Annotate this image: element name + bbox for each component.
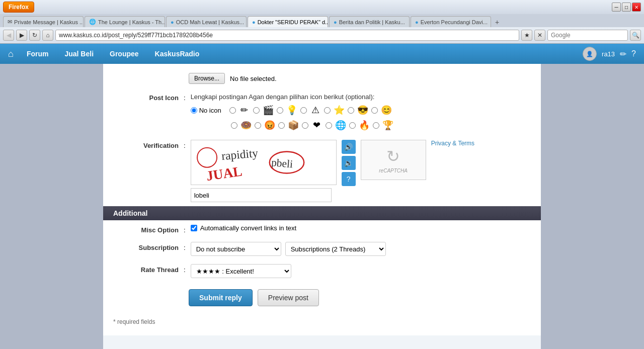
tab-label: OCD Mah Lewat | Kaskus... bbox=[176, 19, 245, 25]
address-bar[interactable] bbox=[55, 30, 519, 41]
privacy-terms-link[interactable]: Privacy & Terms bbox=[431, 140, 474, 147]
tab-close-icon[interactable]: ✕ bbox=[409, 19, 410, 25]
icon-mad: 😡 bbox=[263, 119, 276, 132]
icon-warning: ⚠ bbox=[309, 104, 322, 117]
browse-button[interactable]: Browse... bbox=[189, 73, 225, 84]
tab-label: Berita dan Politik | Kasku... bbox=[339, 19, 405, 25]
browser-nav: ◀ ▶ ↻ ⌂ ★ ✕ 🔍 bbox=[0, 27, 644, 43]
captcha-image: rapidity pbeli JUAL bbox=[191, 140, 337, 185]
bookmark-button[interactable]: ★ bbox=[521, 30, 532, 41]
edit-icon[interactable]: ✏ bbox=[620, 49, 626, 59]
icon-radio-3[interactable] bbox=[277, 107, 283, 114]
icon-radio-4[interactable] bbox=[300, 107, 307, 114]
auto-convert-checkbox[interactable] bbox=[191, 225, 197, 231]
tab-private-message[interactable]: ✉ Private Message | Kaskus ... ✕ bbox=[3, 16, 84, 27]
tab-favicon: ● bbox=[334, 19, 337, 25]
no-icon-radio-label[interactable]: No icon bbox=[191, 107, 221, 114]
recaptcha-reload-icon: ↻ bbox=[386, 147, 400, 166]
icon-radio-9[interactable] bbox=[255, 122, 261, 129]
window-controls: ─ □ ✕ bbox=[612, 3, 641, 12]
icon-pencil: ✏ bbox=[238, 104, 251, 117]
browse-area: Browse... No file selected. bbox=[189, 73, 277, 84]
captcha-controls: 🔊 🔉 ? bbox=[342, 140, 356, 186]
captcha-audio-button[interactable]: 🔊 bbox=[342, 140, 356, 154]
help-icon[interactable]: ? bbox=[631, 49, 636, 58]
icon-radio-8[interactable] bbox=[231, 122, 237, 129]
close-address-button[interactable]: ✕ bbox=[534, 30, 545, 41]
icon-radio-13[interactable] bbox=[349, 122, 356, 129]
tab-dokter[interactable]: ● Dokter "SERIDU PERAK" d... ✕ bbox=[248, 16, 328, 27]
titlebar: Firefox ─ □ ✕ bbox=[0, 0, 644, 14]
close-button[interactable]: ✕ bbox=[632, 3, 641, 12]
nav-forum[interactable]: Forum bbox=[19, 44, 57, 64]
icon-fire: 🔥 bbox=[358, 119, 371, 132]
rate-thread-label: Rate Thread bbox=[113, 264, 179, 274]
icon-row-1: No icon ✏ 🎬 💡 ⚠ ⭐ 😎 bbox=[191, 104, 394, 117]
icon-box: 📦 bbox=[287, 119, 300, 132]
search-input[interactable] bbox=[547, 30, 628, 41]
tab-everton[interactable]: ● Everton Pecundangi Davi... ✕ bbox=[411, 16, 491, 27]
captcha-help-button[interactable]: ? bbox=[342, 172, 356, 186]
misc-option-row: Misc Option : Automatically convert link… bbox=[103, 220, 541, 238]
minimize-button[interactable]: ─ bbox=[612, 3, 621, 12]
browse-label-spacer bbox=[113, 73, 179, 75]
search-button[interactable]: 🔍 bbox=[630, 30, 641, 41]
restore-button[interactable]: □ bbox=[622, 3, 631, 12]
icon-film: 🎬 bbox=[262, 104, 275, 117]
tab-label: Everton Pecundangi Davi... bbox=[421, 19, 488, 25]
kaskus-nav: ⌂ Forum Jual Beli Groupee KaskusRadio 👤 … bbox=[0, 44, 644, 64]
nav-groupee[interactable]: Groupee bbox=[102, 44, 147, 64]
tab-berita[interactable]: ● Berita dan Politik | Kasku... ✕ bbox=[329, 16, 410, 27]
submit-row: Submit reply Preview post bbox=[103, 282, 541, 313]
captcha-input[interactable] bbox=[191, 188, 332, 202]
icon-radio-12[interactable] bbox=[326, 122, 332, 129]
subscription-select[interactable]: Do not subscribe Subscribe Instant notif… bbox=[191, 242, 281, 256]
tab-favicon: ● bbox=[171, 19, 174, 25]
tab-label: Private Message | Kaskus ... bbox=[14, 19, 84, 25]
reload-button[interactable]: ↻ bbox=[29, 30, 40, 41]
verification-label: Verification bbox=[113, 140, 179, 149]
no-icon-text: No icon bbox=[199, 107, 221, 114]
forward-button[interactable]: ▶ bbox=[16, 30, 27, 41]
icon-cool: 😎 bbox=[356, 104, 369, 117]
tab-favicon: ✉ bbox=[8, 19, 12, 25]
auto-convert-label[interactable]: Automatically convert links in text bbox=[191, 224, 296, 232]
firefox-button[interactable]: Firefox bbox=[3, 2, 34, 13]
icon-radio-11[interactable] bbox=[302, 122, 308, 129]
recaptcha-logo: reCAPTCHA bbox=[379, 168, 408, 173]
nav-jual-beli[interactable]: Jual Beli bbox=[56, 44, 102, 64]
preview-post-button[interactable]: Preview post bbox=[258, 289, 319, 306]
rate-thread-row: Rate Thread : ★★★★ : Excellent! ★★★★★ : … bbox=[103, 260, 541, 282]
home-nav-button[interactable]: ⌂ bbox=[42, 30, 53, 41]
icon-star: ⭐ bbox=[333, 104, 346, 117]
post-icon-area: Lengkapi postingan Agan dengan pilihan i… bbox=[191, 92, 394, 132]
rate-thread-select[interactable]: ★★★★ : Excellent! ★★★★★ : Excellent! ★★★… bbox=[191, 264, 291, 278]
post-icon-row: Post Icon : Lengkapi postingan Agan deng… bbox=[103, 88, 541, 136]
no-icon-radio[interactable] bbox=[191, 107, 197, 114]
tab-favicon: ● bbox=[252, 19, 256, 25]
nav-kaskusradio[interactable]: KaskusRadio bbox=[147, 44, 208, 64]
required-note: * required fields bbox=[103, 313, 541, 330]
svg-text:pbeli: pbeli bbox=[271, 156, 293, 170]
captcha-volume-button[interactable]: 🔉 bbox=[342, 156, 356, 170]
tab-lounge[interactable]: 🌐 The Lounge | Kaskus - Th... ✕ bbox=[85, 16, 165, 27]
icon-radio-5[interactable] bbox=[324, 107, 331, 114]
icon-radio-10[interactable] bbox=[278, 122, 285, 129]
icon-radio-14[interactable] bbox=[373, 122, 379, 129]
icon-radio-1[interactable] bbox=[229, 107, 236, 114]
icon-radio-2[interactable] bbox=[253, 107, 260, 114]
icon-radio-7[interactable] bbox=[371, 107, 378, 114]
threads-select[interactable]: Subscriptions (2 Threads) All Threads bbox=[285, 242, 386, 256]
misc-option-label: Misc Option bbox=[113, 224, 179, 234]
captcha-area: rapidity pbeli JUAL 🔊 � bbox=[191, 140, 474, 202]
kaskus-home-icon[interactable]: ⌂ bbox=[8, 49, 14, 59]
submit-reply-button[interactable]: Submit reply bbox=[189, 289, 253, 306]
new-tab-button[interactable]: + bbox=[492, 17, 502, 27]
kaskus-nav-right: 👤 ra13 ✏ ? bbox=[583, 47, 636, 61]
back-button[interactable]: ◀ bbox=[3, 30, 14, 41]
icon-radio-6[interactable] bbox=[348, 107, 354, 114]
icon-cake: 🍩 bbox=[239, 119, 253, 132]
username-label: ra13 bbox=[602, 50, 615, 58]
tab-ocd[interactable]: ● OCD Mah Lewat | Kaskus... ✕ bbox=[166, 16, 247, 27]
tab-favicon: ● bbox=[415, 19, 419, 25]
